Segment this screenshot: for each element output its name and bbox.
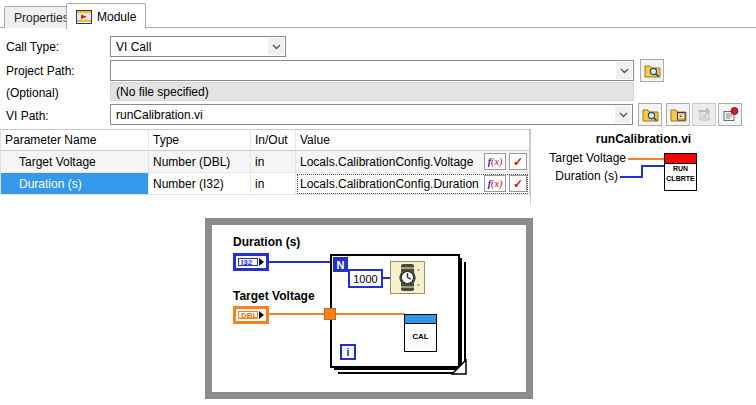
reload-prototype-icon bbox=[696, 107, 712, 122]
blue-wire bbox=[641, 165, 664, 167]
i32-terminal: I32 bbox=[233, 253, 269, 271]
chevron-down-icon bbox=[615, 106, 631, 123]
project-path-label: Project Path: bbox=[6, 64, 75, 78]
expression-browse-button[interactable]: f(x) bbox=[484, 153, 506, 170]
labview-module-icon bbox=[76, 9, 92, 25]
param-value-cell[interactable]: Locals.CalibrationConfig.Duration f(x) ✓ bbox=[296, 173, 529, 195]
tab-module[interactable]: Module bbox=[66, 3, 146, 29]
loop-iteration-terminal: i bbox=[340, 344, 356, 360]
loop-tunnel bbox=[324, 308, 336, 320]
reload-prototype-button bbox=[692, 103, 716, 126]
vi-name-title: runCalibration.vi bbox=[531, 132, 756, 146]
vi-icon-red-band bbox=[665, 154, 696, 164]
i32-terminal-text: I32 bbox=[238, 258, 258, 266]
vi-path-label: VI Path: bbox=[6, 109, 49, 123]
parameter-table: Parameter Name Type In/Out Value Target … bbox=[0, 129, 530, 195]
column-header-type[interactable]: Type bbox=[149, 130, 251, 151]
param-name-cell[interactable]: Target Voltage bbox=[1, 151, 149, 173]
duration-wire-label: Duration (s) bbox=[233, 235, 300, 249]
dbl-terminal: DBL bbox=[233, 306, 269, 324]
param-inout-cell[interactable]: in bbox=[251, 173, 296, 195]
tab-module-label: Module bbox=[97, 10, 136, 24]
vi-path-select[interactable]: runCalibration.vi bbox=[110, 104, 633, 125]
module-configuration-panel: Properties Module Call Type: VI Call Pro… bbox=[0, 0, 756, 405]
browse-vi-button[interactable] bbox=[638, 103, 662, 126]
param-inout-cell[interactable]: in bbox=[251, 151, 296, 173]
red-check-icon: ✓ bbox=[513, 178, 523, 190]
vi-red-dot-icon bbox=[722, 107, 739, 123]
param-name-cell[interactable]: Duration (s) bbox=[1, 173, 149, 195]
param-value-expression[interactable]: Locals.CalibrationConfig.Voltage bbox=[300, 155, 481, 169]
param-value-expression[interactable]: Locals.CalibrationConfig.Duration bbox=[300, 177, 481, 191]
column-header-inout[interactable]: In/Out bbox=[251, 130, 296, 151]
call-type-label: Call Type: bbox=[6, 40, 59, 54]
browse-project-button[interactable] bbox=[640, 59, 664, 82]
call-type-select[interactable]: VI Call bbox=[110, 36, 286, 57]
tab-bar: Properties Module bbox=[0, 0, 756, 28]
orange-wire bbox=[269, 313, 405, 315]
dbl-terminal-text: DBL bbox=[238, 311, 258, 319]
wait-ms-icon bbox=[390, 261, 425, 294]
connector-input-target-voltage: Target Voltage bbox=[531, 151, 626, 165]
page-curl-icon bbox=[451, 359, 467, 375]
folder-search-icon bbox=[644, 63, 661, 78]
table-row-selected[interactable]: Duration (s) Number (I32) in Locals.Cali… bbox=[1, 173, 529, 195]
subvi-label: CAL bbox=[405, 332, 436, 341]
cal-subvi-icon: CAL bbox=[404, 314, 437, 352]
expression-check-button[interactable]: ✓ bbox=[509, 153, 527, 170]
connector-pane-preview: runCalibration.vi Target Voltage Duratio… bbox=[530, 129, 756, 204]
chevron-down-icon bbox=[268, 38, 284, 55]
no-file-specified-text: (No file specified) bbox=[116, 85, 209, 99]
loop-count-terminal: N bbox=[333, 257, 348, 272]
param-type-cell[interactable]: Number (DBL) bbox=[149, 151, 251, 173]
param-type-cell[interactable]: Number (I32) bbox=[149, 173, 251, 195]
folder-search-icon bbox=[642, 107, 659, 122]
subvi-blue-band bbox=[405, 315, 436, 324]
block-diagram-preview: Duration (s) I32 N i 1000 Tar bbox=[205, 218, 533, 399]
column-header-value[interactable]: Value bbox=[296, 130, 529, 151]
blue-wire bbox=[269, 261, 332, 263]
vi-icon-run-calibrate: RUN CLBRTE bbox=[664, 153, 697, 191]
edit-vi-in-labview-button[interactable] bbox=[666, 103, 690, 126]
chevron-down-icon bbox=[616, 62, 632, 79]
vi-path-value: runCalibration.vi bbox=[116, 108, 203, 122]
red-check-icon: ✓ bbox=[513, 156, 523, 168]
optional-label: (Optional) bbox=[6, 86, 59, 100]
call-type-value: VI Call bbox=[116, 40, 151, 54]
connector-input-duration: Duration (s) bbox=[531, 169, 618, 183]
expression-check-button[interactable]: ✓ bbox=[509, 175, 527, 192]
terminal-arrow-icon bbox=[259, 311, 264, 319]
target-voltage-wire-label: Target Voltage bbox=[233, 289, 315, 303]
vi-icon-text-line2: CLBRTE bbox=[665, 174, 696, 184]
project-path-select[interactable] bbox=[110, 60, 634, 81]
orange-wire bbox=[628, 158, 664, 160]
table-row[interactable]: Target Voltage Number (DBL) in Locals.Ca… bbox=[1, 151, 529, 173]
numeric-constant-1000: 1000 bbox=[348, 269, 383, 288]
tab-properties-label: Properties bbox=[14, 11, 69, 25]
folder-labview-icon bbox=[670, 107, 687, 122]
vi-icon-text-line1: RUN bbox=[665, 164, 696, 174]
column-header-parameter-name[interactable]: Parameter Name bbox=[1, 130, 149, 151]
expression-browse-button[interactable]: f(x) bbox=[484, 175, 506, 192]
table-header-row: Parameter Name Type In/Out Value bbox=[1, 130, 529, 151]
terminal-arrow-icon bbox=[259, 258, 264, 266]
project-path-readonly-field: (No file specified) bbox=[110, 82, 634, 101]
param-value-cell[interactable]: Locals.CalibrationConfig.Voltage f(x) ✓ bbox=[296, 151, 529, 173]
blue-wire bbox=[620, 176, 643, 178]
debug-vi-button[interactable] bbox=[718, 103, 742, 126]
